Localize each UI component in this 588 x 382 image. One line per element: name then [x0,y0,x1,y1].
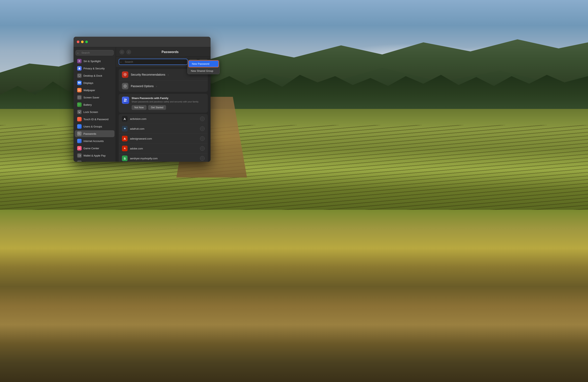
adafruit-icon: ✦ [122,126,127,132]
sidebar-item-privacy-security[interactable]: Privacy & Security [75,65,114,72]
close-button[interactable] [77,41,79,43]
maximize-button[interactable] [85,41,88,43]
sidebar-search-input[interactable] [76,50,114,55]
options-icon [122,83,128,89]
system-preferences-window: ⌕ Siri & Spotlight [74,37,210,162]
sidebar-search-container: ⌕ [76,50,114,55]
internet-icon [77,139,82,143]
sidebar-label-users: Users & Groups [84,125,102,128]
adesign-info-button[interactable]: ⓘ [200,136,205,141]
sidebar-label-battery: Battery [84,103,92,106]
not-now-button[interactable]: Not Now [132,105,147,110]
back-button[interactable]: ‹ [120,50,124,54]
page-title: Passwords [133,50,207,54]
svg-point-18 [80,126,80,126]
sidebar-label-lockscreen: Lock Screen [84,111,98,113]
svg-text:!: ! [125,74,126,76]
adafruit-label: adafruit.com [130,127,198,130]
main-header: ‹ › Passwords [116,47,210,57]
aerdryer-info-button[interactable]: ⓘ [200,156,205,160]
security-recommendations-label: Security Recommendations [131,73,165,76]
users-icon [77,124,82,129]
aerdryer-label: aerdryer.myshopify.com [130,157,198,160]
activision-icon: A [122,116,127,122]
touchid-icon [77,117,82,121]
svg-rect-1 [79,68,80,69]
svg-point-0 [78,60,80,62]
sidebar-item-desktop-dock[interactable]: Desktop & Dock [75,72,114,79]
svg-point-25 [79,148,79,148]
displays-icon [77,81,82,85]
sidebar-item-touch-id[interactable]: Touch ID & Password [75,116,114,123]
password-options-label: Password Options [131,85,154,88]
adobe-info-button[interactable]: ⓘ [200,146,205,151]
sidebar-search-icon: ⌕ [77,51,79,54]
forward-button[interactable]: › [126,50,131,54]
sidebar-item-passwords[interactable]: Passwords [75,130,114,137]
privacy-icon [77,66,82,71]
svg-point-17 [79,126,79,126]
svg-point-26 [80,148,80,148]
sidebar-item-siri-spotlight[interactable]: Siri & Spotlight [75,58,114,65]
password-item-aerdryer[interactable]: S aerdryer.myshopify.com ⓘ [119,154,208,162]
adobe-label: adobe.com [130,147,198,150]
sidebar: ⌕ Siri & Spotlight [74,47,116,162]
window-titlebar [74,37,210,47]
svg-rect-12 [80,105,81,105]
svg-point-15 [79,112,80,113]
svg-point-8 [79,90,79,90]
options-chevron-icon: › [156,85,157,88]
activision-info-button[interactable]: ⓘ [200,116,205,121]
sidebar-label-internet: Internet Accounts [84,139,104,143]
adobe-icon: A [122,146,127,151]
sidebar-label-wallet: Wallet & Apple Pay [84,154,105,157]
adafruit-info-button[interactable]: ⓘ [200,126,205,131]
password-search-input[interactable] [119,59,188,65]
password-item-adesign[interactable]: A adesignaward.com ⓘ [119,134,208,144]
svg-point-48 [124,99,126,100]
sidebar-item-users-groups[interactable]: Users & Groups [75,123,114,130]
minimize-button[interactable] [81,41,84,43]
sidebar-item-displays[interactable]: Displays [75,79,114,86]
password-item-adobe[interactable]: A adobe.com ⓘ [119,144,208,154]
sidebar-item-game-center[interactable]: Game Center [75,145,114,152]
sidebar-item-wallpaper[interactable]: Wallpaper [75,87,114,94]
svg-rect-24 [78,148,80,149]
sidebar-label-siri: Siri & Spotlight [84,60,101,63]
password-item-activision[interactable]: A activision.com ⓘ [119,114,208,124]
keyboard-icon [77,160,82,162]
wallet-icon [77,153,82,158]
svg-rect-11 [78,104,80,105]
sidebar-label-privacy: Privacy & Security [84,67,105,70]
adesign-label: adesignaward.com [130,137,198,140]
family-buttons: Not Now Get Started [132,105,205,110]
search-bar-icon: ⌕ [120,61,122,63]
sidebar-item-battery[interactable]: Battery [75,101,114,108]
screensaver-icon [77,95,82,100]
svg-point-16 [78,118,80,120]
password-item-adafruit[interactable]: ✦ adafruit.com ⓘ [119,124,208,134]
traffic-lights [77,41,88,43]
svg-point-42 [124,85,126,88]
content-area: ! Security Recommendations › [116,67,210,162]
new-shared-group-item[interactable]: New Shared Group [188,68,219,74]
get-started-button[interactable]: Get Started [148,105,166,110]
battery-icon [77,102,82,107]
sidebar-item-wallet[interactable]: Wallet & Apple Pay [75,152,114,159]
sidebar-label-wallpaper: Wallpaper [84,89,95,92]
lockscreen-icon [77,110,82,114]
sidebar-label-touchid: Touch ID & Password [84,118,108,121]
password-options-item[interactable]: Password Options › [119,80,208,92]
add-dropdown-menu: New Password New Shared Group [188,60,220,74]
sidebar-item-screen-saver[interactable]: Screen Saver [75,94,114,101]
new-password-item[interactable]: New Password [188,60,219,67]
sidebar-item-keyboard[interactable]: Keyboard [75,159,114,162]
svg-point-6 [79,82,80,83]
aerdryer-icon: S [122,156,127,161]
sidebar-item-internet-accounts[interactable]: Internet Accounts [75,137,114,144]
gamecenter-icon [77,146,82,151]
sidebar-item-lock-screen[interactable]: Lock Screen [75,109,114,115]
search-bar-container: ⌕ [119,59,188,65]
family-text: Share Passwords with Family Share passwo… [132,97,205,110]
svg-point-49 [126,99,127,100]
